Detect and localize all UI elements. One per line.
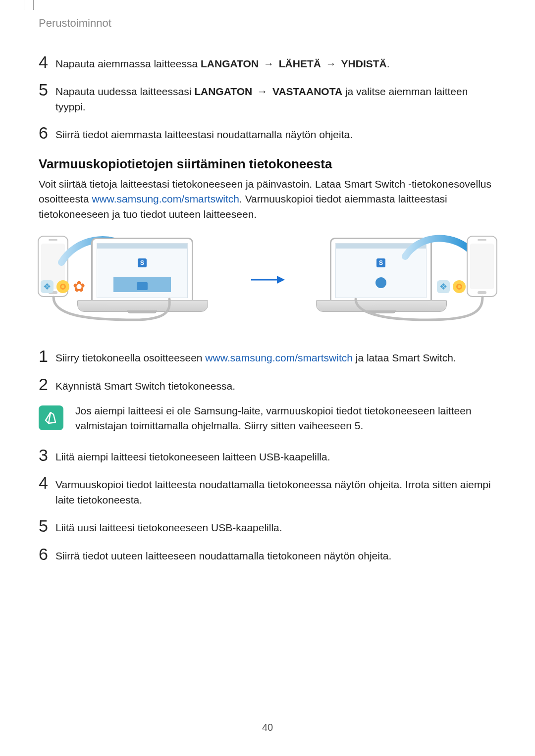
- step-number: 4: [39, 53, 55, 70]
- usb-cable-icon: [304, 297, 495, 322]
- illustration-row: ❖ ✿ S: [39, 233, 496, 327]
- step-number: 3: [39, 447, 55, 463]
- page-number: 40: [0, 722, 535, 733]
- list-item: 4 Napauta aiemmassa laitteessa LANGATON …: [39, 53, 496, 71]
- section-title: Varmuuskopiotietojen siirtäminen tietoko…: [39, 156, 496, 172]
- phone-icon: [467, 236, 497, 297]
- note-text: Jos aiempi laitteesi ei ole Samsung-lait…: [75, 403, 496, 434]
- step-number: 2: [39, 376, 55, 393]
- list-item: 5 Liitä uusi laitteesi tietokoneeseen US…: [39, 517, 496, 535]
- illustration-phone-to-pc: ❖ ✿ S: [39, 233, 232, 327]
- step-number: 4: [39, 474, 55, 491]
- list-item: 6 Siirrä tiedot uuteen laitteeseen nouda…: [39, 546, 496, 563]
- illustration-pc-to-phone: S ❖: [303, 233, 496, 327]
- app-restore-icon: [375, 277, 386, 288]
- list-item: 4 Varmuuskopioi tiedot laitteesta noudat…: [39, 474, 496, 507]
- step-text: Käynnistä Smart Switch tietokoneessa.: [55, 376, 496, 394]
- svg-marker-2: [277, 276, 285, 284]
- smartswitch-link[interactable]: www.samsung.com/smartswitch: [92, 193, 239, 204]
- list-item: 5 Napauta uudessa laitteessasi LANGATON …: [39, 81, 496, 114]
- smartswitch-link[interactable]: www.samsung.com/smartswitch: [205, 352, 353, 363]
- steps-part-b: 1 Siirry tietokoneella osoitteeseen www.…: [39, 348, 496, 394]
- step-number: 5: [39, 81, 55, 98]
- arrow-icon: →: [262, 56, 276, 71]
- list-item: 3 Liitä aiempi laitteesi tietokoneeseen …: [39, 447, 496, 464]
- note-callout: Jos aiempi laitteesi ei ole Samsung-lait…: [39, 403, 496, 434]
- steps-part-c: 3 Liitä aiempi laitteesi tietokoneeseen …: [39, 447, 496, 563]
- step-number: 6: [39, 124, 55, 141]
- step-text: Liitä aiempi laitteesi tietokoneeseen la…: [55, 447, 496, 464]
- ring-icon: [453, 280, 466, 293]
- step-number: 5: [39, 517, 55, 534]
- intro-paragraph: Voit siirtää tietoja laitteestasi tietok…: [39, 177, 496, 222]
- step-number: 6: [39, 546, 55, 562]
- steps-part-a: 4 Napauta aiemmassa laitteessa LANGATON …: [39, 53, 496, 143]
- step-text: Varmuuskopioi tiedot laitteesta noudatta…: [55, 474, 496, 507]
- arrow-icon: →: [324, 56, 338, 71]
- app-icon: S: [376, 258, 385, 267]
- ring-icon: [56, 280, 69, 293]
- step-text: Napauta uudessa laitteessasi LANGATON → …: [55, 81, 496, 114]
- app-icon: S: [138, 258, 147, 267]
- media-icons: ❖ ✿: [41, 280, 85, 293]
- top-tab-marker: [24, 0, 34, 10]
- list-item: 6 Siirrä tiedot aiemmasta laitteestasi n…: [39, 124, 496, 142]
- list-item: 2 Käynnistä Smart Switch tietokoneessa.: [39, 376, 496, 394]
- step-text: Siirry tietokoneella osoitteeseen www.sa…: [55, 348, 496, 365]
- arrow-icon: →: [255, 84, 269, 99]
- usb-cable-icon: [40, 297, 231, 322]
- step-number: 1: [39, 348, 55, 364]
- note-icon: [39, 405, 63, 430]
- step-text: Napauta aiemmassa laitteessa LANGATON → …: [55, 53, 496, 71]
- list-item: 1 Siirry tietokoneella osoitteeseen www.…: [39, 348, 496, 365]
- step-text: Siirrä tiedot uuteen laitteeseen noudatt…: [55, 546, 496, 563]
- step-text: Liitä uusi laitteesi tietokoneeseen USB-…: [55, 517, 496, 535]
- app-import-icon: [137, 282, 148, 290]
- chat-icon: ❖: [437, 280, 450, 293]
- step-text: Siirrä tiedot aiemmasta laitteestasi nou…: [55, 124, 496, 142]
- page-header: Perustoiminnot: [39, 0, 496, 30]
- center-arrow-icon: [245, 274, 290, 285]
- chat-icon: ❖: [41, 280, 54, 293]
